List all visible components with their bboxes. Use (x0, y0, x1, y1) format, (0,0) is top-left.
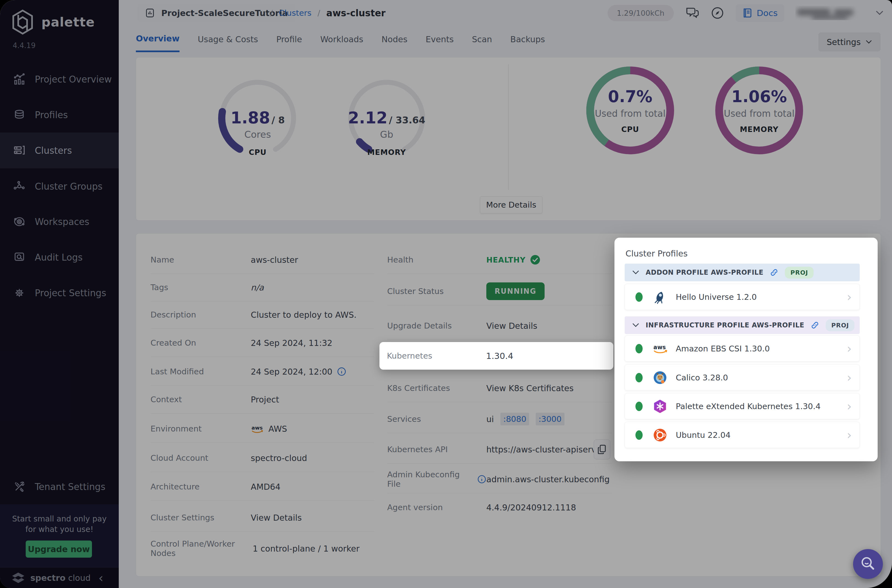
profile-layer-label: Calico 3.28.0 (676, 373, 728, 382)
chevron-right-icon: › (847, 429, 852, 441)
profile-layer-label: Ubuntu 22.04 (676, 430, 730, 440)
cluster-profiles-list: ADDON PROFILE AWS-PROFILE PROJ Hello Uni… (625, 264, 867, 452)
search-assistant-fab[interactable] (853, 549, 883, 579)
link-icon[interactable] (769, 268, 779, 277)
profile-layer-label: Palette eXtended Kubernetes 1.30.4 (676, 402, 820, 411)
status-dot-green (635, 292, 643, 302)
profile-layer-calico[interactable]: Calico 3.28.0 › (625, 364, 860, 391)
kubernetes-version-value: 1.30.4 (486, 351, 514, 361)
chevron-right-icon: › (847, 400, 852, 412)
link-icon[interactable] (810, 321, 820, 330)
profile-layer-amazon-ebs-csi[interactable]: aws Amazon EBS CSI 1.30.0 › (625, 335, 860, 362)
calico-icon (652, 370, 668, 386)
profile-layer-palette-extended-kubernetes[interactable]: Palette eXtended Kubernetes 1.30.4 › (625, 393, 860, 419)
kubernetes-version-spotlight-row[interactable]: Kubernetes 1.30.4 (380, 342, 613, 370)
profile-layer-label: Hello Universe 1.2.0 (676, 292, 757, 302)
aws-icon: aws (652, 340, 668, 357)
chevron-down-icon (632, 270, 640, 275)
cluster-profiles-title: Cluster Profiles (626, 249, 688, 258)
status-dot-green (635, 373, 643, 382)
ubuntu-icon (652, 427, 668, 443)
app-window: palette 4.4.19 Project Overview Profiles… (0, 0, 892, 588)
cluster-profiles-panel: Cluster Profiles ADDON PROFILE AWS-PROFI… (614, 238, 878, 461)
proj-scope-badge: PROJ (826, 320, 854, 331)
addon-profile-name: ADDON PROFILE AWS-PROFILE (646, 268, 763, 276)
infrastructure-profile-group-header[interactable]: INFRASTRUCTURE PROFILE AWS-PROFILE PROJ (625, 316, 860, 334)
chevron-right-icon: › (847, 372, 852, 384)
chevron-right-icon: › (847, 343, 852, 355)
magnifier-smile-icon (859, 555, 877, 573)
chevron-down-icon (632, 323, 640, 328)
kubernetes-label: Kubernetes (387, 351, 486, 360)
svg-text:aws: aws (653, 344, 666, 350)
palette-pxk-icon (652, 398, 668, 414)
proj-scope-badge: PROJ (785, 267, 814, 279)
status-dot-green (635, 430, 643, 440)
infrastructure-profile-name: INFRASTRUCTURE PROFILE AWS-PROFILE (646, 321, 804, 329)
status-dot-green (635, 402, 643, 411)
addon-profile-group-header[interactable]: ADDON PROFILE AWS-PROFILE PROJ (625, 264, 860, 281)
profile-layer-ubuntu[interactable]: Ubuntu 22.04 › (625, 422, 860, 448)
chevron-right-icon: › (847, 291, 852, 303)
hello-universe-icon (652, 289, 668, 305)
status-dot-green (635, 344, 643, 353)
profile-layer-hello-universe[interactable]: Hello Universe 1.2.0 › (625, 284, 860, 310)
profile-layer-label: Amazon EBS CSI 1.30.0 (676, 344, 770, 353)
